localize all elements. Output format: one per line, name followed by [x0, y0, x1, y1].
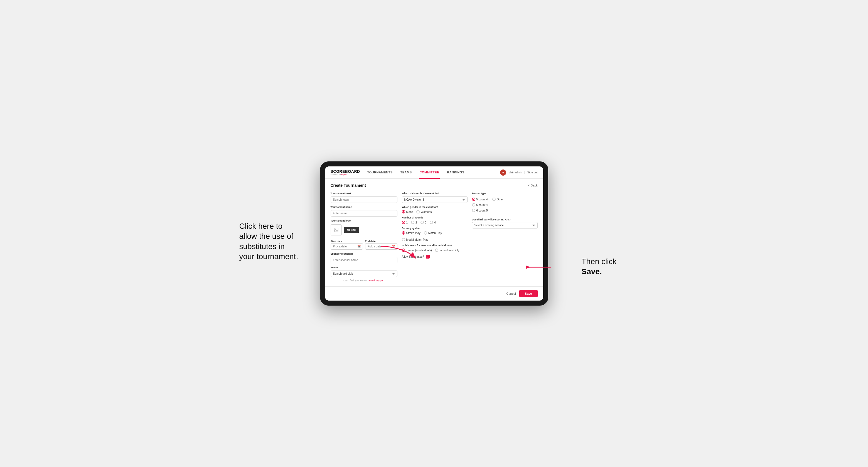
start-date-label: Start date	[331, 240, 342, 243]
format-6count4[interactable]: 6 count 4	[472, 203, 538, 207]
format-6count4-radio[interactable]	[472, 203, 475, 207]
tournament-name-label: Tournament name	[331, 206, 397, 209]
rounds-group: Number of rounds 1 2	[402, 216, 468, 224]
middle-column: Which division is the event for? NCAA Di…	[402, 192, 468, 258]
right-column: Format type 5 count 4 Other	[472, 192, 538, 228]
logo-scoreboard: SCOREBOARD	[331, 169, 360, 174]
scoring-match-label: Match Play	[428, 231, 442, 235]
event-for-group: Is this event for Teams and/or Individua…	[402, 244, 468, 252]
tournament-logo-label: Tournament logo	[331, 219, 397, 222]
nav-separator: |	[524, 171, 525, 174]
event-for-individuals-label: Individuals Only	[439, 249, 459, 252]
sponsor-input[interactable]	[331, 257, 397, 263]
scoring-service-select[interactable]: Select a scoring service	[472, 222, 538, 228]
nav-tournaments[interactable]: TOURNAMENTS	[367, 166, 393, 179]
rounds-radio-group: 1 2 3	[402, 221, 468, 224]
upload-button[interactable]: Upload	[344, 227, 359, 233]
scoring-stroke-label: Stroke Play	[406, 231, 421, 235]
rounds-3[interactable]: 3	[421, 221, 427, 224]
cancel-button[interactable]: Cancel	[506, 292, 516, 295]
content-header: Create Tournament < Back	[331, 183, 538, 188]
nav-right: B blair admin | Sign out	[500, 169, 537, 176]
allow-substitutes-group[interactable]: Allow substitutes? ✓	[402, 255, 468, 258]
scoring-medal-match[interactable]: Medal Match Play	[402, 238, 428, 241]
gender-label: Which gender is the event for?	[402, 206, 468, 209]
event-for-teams[interactable]: Teams (+Individuals)	[402, 249, 432, 252]
left-annotation: Click here to allow the use of substitut…	[239, 221, 301, 262]
rounds-1-radio[interactable]	[402, 221, 405, 224]
event-for-teams-radio[interactable]	[402, 249, 405, 252]
format-5count4[interactable]: 5 count 4	[472, 197, 488, 201]
division-select[interactable]: NCAA Division I	[402, 196, 468, 203]
sponsor-group: Sponsor (optional)	[331, 252, 397, 263]
save-button[interactable]: Save	[519, 290, 538, 297]
rounds-3-radio[interactable]	[421, 221, 424, 224]
start-date-group: Start date 📅	[331, 238, 363, 250]
gender-radio-group: Mens Womens	[402, 210, 468, 214]
format-6count4-label: 6 count 4	[476, 204, 488, 207]
format-6count5[interactable]: 6 count 5	[472, 209, 538, 212]
scoring-stroke-radio[interactable]	[402, 231, 405, 235]
end-date-wrapper: 📅	[365, 243, 397, 250]
format-type-label: Format type	[472, 192, 538, 195]
gender-mens-radio[interactable]	[402, 210, 405, 214]
format-5count4-label: 5 count 4	[476, 198, 488, 201]
gender-group: Which gender is the event for? Mens Wome…	[402, 206, 468, 214]
scoring-system-radio-group: Stroke Play Match Play Medal Match Play	[402, 231, 468, 241]
format-other-radio[interactable]	[492, 197, 496, 201]
venue-select[interactable]: Search golf club	[331, 271, 397, 277]
scoring-service-label: Use third-party live scoring API?	[472, 218, 538, 221]
event-for-individuals[interactable]: Individuals Only	[435, 249, 459, 252]
format-5count4-radio[interactable]	[472, 197, 475, 201]
rounds-3-label: 3	[425, 221, 427, 224]
event-for-individuals-radio[interactable]	[435, 249, 438, 252]
rounds-2-radio[interactable]	[411, 221, 414, 224]
logo-upload-area: Upload	[331, 224, 397, 236]
venue-group: Venue Search golf club Can't find your v…	[331, 266, 397, 282]
rounds-2[interactable]: 2	[411, 221, 417, 224]
rounds-label: Number of rounds	[402, 216, 468, 219]
gender-womens[interactable]: Womens	[416, 210, 432, 214]
division-group: Which division is the event for? NCAA Di…	[402, 192, 468, 203]
event-for-label: Is this event for Teams and/or Individua…	[402, 244, 468, 247]
nav-committee[interactable]: COMMITTEE	[419, 166, 440, 179]
sponsor-label: Sponsor (optional)	[331, 252, 397, 255]
right-annotation: Then click Save.	[582, 257, 637, 277]
svg-point-1	[335, 229, 336, 229]
scoring-system-group: Scoring system Stroke Play Match Play	[402, 227, 468, 241]
allow-substitutes-checkbox[interactable]: ✓	[426, 255, 430, 258]
back-button[interactable]: < Back	[528, 184, 538, 187]
scoring-match-radio[interactable]	[424, 231, 427, 235]
tablet-screen: SCOREBOARD Powered by clippd TOURNAMENTS…	[325, 166, 543, 301]
rounds-4[interactable]: 4	[430, 221, 436, 224]
scoring-system-label: Scoring system	[402, 227, 468, 229]
format-row-1: 5 count 4 Other	[472, 197, 538, 201]
tournament-host-label: Tournament Host	[331, 192, 397, 195]
format-6count5-radio[interactable]	[472, 209, 475, 212]
form-footer: Cancel Save	[325, 286, 543, 301]
scoring-medal-match-radio[interactable]	[402, 238, 405, 241]
allow-substitutes-label: Allow substitutes?	[402, 255, 424, 258]
start-date-wrapper: 📅	[331, 243, 363, 250]
event-for-radio-group: Teams (+Individuals) Individuals Only	[402, 249, 468, 252]
nav-signout[interactable]: Sign out	[527, 171, 538, 174]
scoring-stroke[interactable]: Stroke Play	[402, 231, 421, 235]
rounds-1[interactable]: 1	[402, 221, 408, 224]
nav-avatar: B	[500, 169, 506, 176]
scoring-match[interactable]: Match Play	[424, 231, 442, 235]
gender-womens-radio[interactable]	[416, 210, 420, 214]
nav-teams[interactable]: TEAMS	[400, 166, 412, 179]
tournament-host-input[interactable]	[331, 196, 397, 203]
venue-email-link[interactable]: email support	[369, 279, 384, 282]
gender-mens-label: Mens	[406, 210, 413, 214]
gender-mens[interactable]: Mens	[402, 210, 413, 214]
rounds-1-label: 1	[406, 221, 408, 224]
nav-rankings[interactable]: RANKINGS	[446, 166, 465, 179]
tournament-name-input[interactable]	[331, 210, 397, 217]
format-other[interactable]: Other	[492, 197, 504, 201]
venue-label: Venue	[331, 266, 397, 269]
rounds-4-radio[interactable]	[430, 221, 433, 224]
event-for-teams-label: Teams (+Individuals)	[406, 249, 432, 252]
rounds-4-label: 4	[434, 221, 436, 224]
tournament-host-group: Tournament Host	[331, 192, 397, 203]
